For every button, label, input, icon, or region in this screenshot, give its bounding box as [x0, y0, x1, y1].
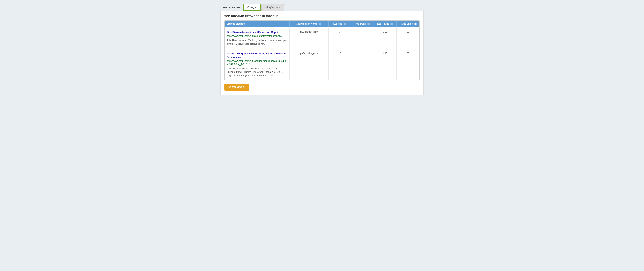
- td-avgpos-0: 7: [328, 28, 351, 49]
- listing-desc-0: Pide Pizza online en México y recibe en …: [226, 39, 288, 46]
- organic-keywords-table: Organic Listings 1st Page Keywords i Avg…: [224, 20, 420, 80]
- listing-url-1: https://www.rappi.com.mx/chedrraui/bebes…: [226, 60, 288, 66]
- listing-title-1[interactable]: Pa–ales Huggies - Restaurantes, Súper, T…: [226, 52, 288, 59]
- td-postrend-0: [351, 28, 374, 49]
- view-more-button[interactable]: VIEW MORE: [224, 84, 249, 91]
- th-avg-pos: Avg Pos i: [328, 20, 351, 27]
- td-keyword-0: pizza a domicilio: [290, 28, 328, 49]
- section-title: TOP ORGANIC KEYWORDS IN GOOGLE: [224, 14, 420, 18]
- th-est-traffic: Est. Traffic i: [374, 20, 397, 27]
- seo-data-label: SEO Data for:: [222, 6, 241, 10]
- table-row: Pa–ales Huggies - Restaurantes, Súper, T…: [225, 49, 419, 80]
- td-keyword-1: pañales huggies: [290, 49, 328, 80]
- tab-bing[interactable]: Bing/Yahoo!: [262, 4, 284, 10]
- listing-url-0: https://www.rappi.com.mx/restaurantes/ca…: [226, 34, 282, 38]
- avg-pos-info-icon[interactable]: i: [344, 22, 346, 25]
- traffic-value-info-icon[interactable]: i: [414, 22, 417, 25]
- th-first-page-keywords: 1st Page Keywords i: [290, 20, 328, 27]
- listing-desc-1: Panal Huggies Ultrara Conf Etapa 2 U-Sex…: [226, 67, 288, 77]
- td-listing-1: Pa–ales Huggies - Restaurantes, Súper, T…: [225, 49, 290, 80]
- table-row: Pide Pizza a domicilio en México con Rap…: [225, 27, 419, 49]
- tab-google[interactable]: Google: [244, 4, 261, 10]
- td-postrend-1: [351, 49, 374, 80]
- main-card: TOP ORGANIC KEYWORDS IN GOOGLE Organic L…: [220, 10, 424, 96]
- est-traffic-info-icon[interactable]: i: [390, 22, 393, 25]
- td-esttraffic-1: 260: [374, 49, 397, 80]
- tabs-section: SEO Data for: Google Bing/Yahoo!: [220, 4, 424, 10]
- td-listing-0: Pide Pizza a domicilio en México con Rap…: [225, 28, 290, 49]
- view-more-section: VIEW MORE: [224, 84, 420, 91]
- page-wrapper: SEO Data for: Google Bing/Yahoo! TOP ORG…: [220, 4, 424, 96]
- listing-title-0[interactable]: Pide Pizza a domicilio en México con Rap…: [226, 30, 278, 34]
- td-trafficvalue-0: $0: [396, 28, 419, 49]
- td-trafficvalue-1: $0: [396, 49, 419, 80]
- table-header: Organic Listings 1st Page Keywords i Avg…: [225, 20, 419, 27]
- td-esttraffic-0: 110: [374, 28, 397, 49]
- th-traffic-value: Traffic Value i: [396, 20, 419, 27]
- first-page-keywords-info-icon[interactable]: i: [319, 22, 322, 25]
- th-pos-trend: Pos Trend i: [351, 20, 374, 27]
- th-organic-listings: Organic Listings: [225, 20, 290, 27]
- td-avgpos-1: 18: [328, 49, 351, 80]
- pos-trend-info-icon[interactable]: i: [368, 22, 370, 25]
